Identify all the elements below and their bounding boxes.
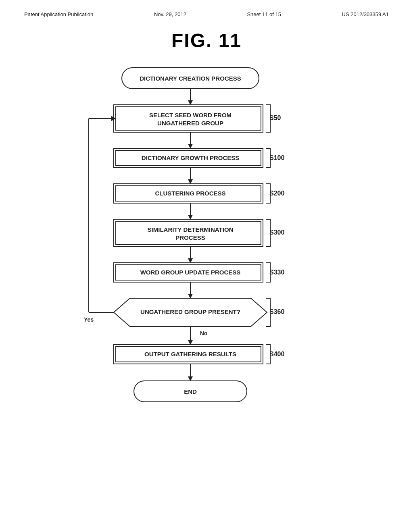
svg-rect-12 [116,150,261,166]
svg-text:END: END [184,388,197,395]
svg-rect-48 [116,347,261,362]
svg-marker-22 [188,215,193,220]
svg-text:Yes: Yes [84,316,94,323]
svg-marker-29 [188,258,193,263]
svg-text:UNGATHERED GROUP: UNGATHERED GROUP [157,120,223,127]
svg-rect-5 [116,107,261,130]
svg-text:No: No [200,330,208,337]
svg-rect-30 [114,263,263,282]
figure-title: FIG. 11 [0,29,413,52]
svg-marker-16 [188,179,193,184]
svg-text:S330: S330 [269,269,284,276]
svg-text:S360: S360 [269,308,284,315]
header-right: US 2012/303359 A1 [342,11,389,17]
svg-marker-43 [111,116,116,121]
svg-marker-46 [188,340,193,345]
svg-rect-47 [114,345,263,364]
svg-marker-36 [114,298,267,326]
svg-text:WORD GROUP UPDATE PROCESS: WORD GROUP UPDATE PROCESS [140,269,241,276]
header-left: Patent Application Publication [24,11,93,17]
page-header: Patent Application Publication Nov. 29, … [0,0,413,21]
svg-text:DICTIONARY CREATION PROCESS: DICTIONARY CREATION PROCESS [140,75,241,82]
svg-rect-23 [114,219,263,247]
flowchart-svg: DICTIONARY CREATION PROCESS SELECT SEED … [0,0,413,532]
svg-text:PROCESS: PROCESS [175,234,205,241]
svg-text:SIMILARITY DETERMINATION: SIMILARITY DETERMINATION [148,226,234,233]
svg-text:S400: S400 [269,351,284,357]
svg-text:OUTPUT GATHERING RESULTS: OUTPUT GATHERING RESULTS [144,351,236,357]
svg-marker-52 [188,376,193,381]
svg-text:S100: S100 [269,154,284,161]
svg-marker-35 [188,294,193,299]
svg-rect-0 [122,68,259,89]
svg-text:UNGATHERED GROUP PRESENT?: UNGATHERED GROUP PRESENT? [140,308,240,315]
svg-text:S50: S50 [269,114,281,121]
svg-rect-17 [114,184,263,203]
svg-text:S300: S300 [269,229,284,236]
header-center-date: Nov. 29, 2012 [154,11,186,17]
svg-marker-10 [188,144,193,149]
svg-rect-4 [114,105,263,132]
svg-text:S200: S200 [269,190,284,197]
svg-rect-24 [116,221,261,245]
svg-rect-31 [116,265,261,280]
svg-text:CLUSTERING PROCESS: CLUSTERING PROCESS [155,190,225,197]
svg-rect-53 [134,381,247,402]
svg-rect-18 [116,186,261,201]
header-sheet: Sheet 11 of 15 [247,11,281,17]
svg-rect-11 [114,148,263,168]
svg-text:SELECT SEED WORD FROM: SELECT SEED WORD FROM [149,112,232,118]
svg-marker-3 [188,100,193,105]
svg-text:DICTIONARY GROWTH PROCESS: DICTIONARY GROWTH PROCESS [142,154,240,161]
